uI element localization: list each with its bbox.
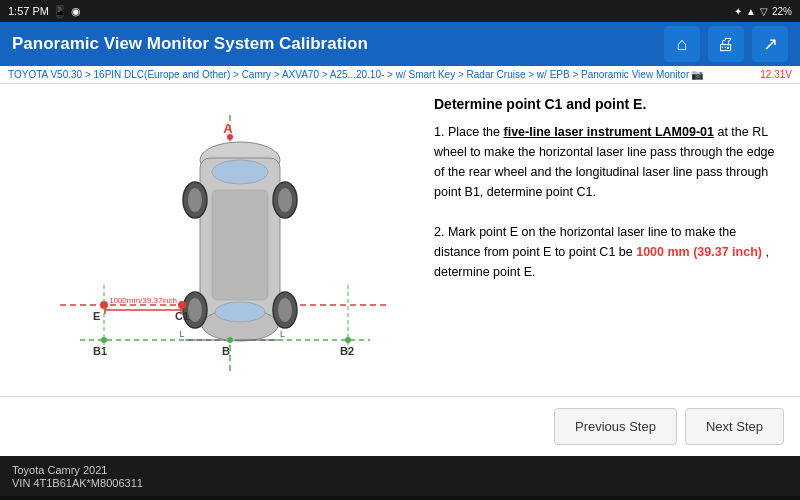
print-button[interactable]: 🖨 <box>708 26 744 62</box>
time-display: 1:57 PM <box>8 5 49 17</box>
svg-point-7 <box>212 160 268 184</box>
vehicle-model: Toyota Camry 2021 <box>12 464 143 476</box>
main-content: A C1 E 1000mm/39.37inch B1 B B2 <box>0 84 800 396</box>
svg-point-8 <box>215 302 265 322</box>
svg-point-13 <box>278 188 292 212</box>
footer-buttons: Previous Step Next Step <box>0 396 800 456</box>
instructions-title: Determine point C1 and point E. <box>434 96 786 112</box>
svg-point-15 <box>188 298 202 322</box>
bottom-info-bar: Toyota Camry 2021 VIN 4T1B61AK*M8006311 <box>0 456 800 496</box>
breadcrumb: TOYOTA V50.30 > 16PIN DLC(Europe and Oth… <box>0 66 800 84</box>
measurement-label: 1000mm/39.37inch <box>109 296 177 305</box>
status-right: ✦ ▲ ▽ 22% <box>734 6 792 17</box>
point-c1-label: C1 <box>175 310 189 322</box>
page-title: Panoramic View Monitor System Calibratio… <box>12 34 368 54</box>
header: Panoramic View Monitor System Calibratio… <box>0 22 800 66</box>
svg-text:L: L <box>280 329 285 339</box>
measurement-highlight: 1000 mm (39.37 inch) <box>636 245 762 259</box>
svg-point-25 <box>227 337 233 343</box>
point-b1-label: B1 <box>93 345 107 357</box>
svg-point-19 <box>178 301 186 309</box>
signal-icon: ▽ <box>760 6 768 17</box>
location-icon: ◉ <box>71 5 81 18</box>
instrument-link[interactable]: five-line laser instrument LAM09-01 <box>504 125 714 139</box>
voltage-display: 12.31V <box>760 69 792 80</box>
header-icons: ⌂ 🖨 ↗ <box>664 26 788 62</box>
point-e-label: E <box>93 310 100 322</box>
home-button[interactable]: ⌂ <box>664 26 700 62</box>
status-left: 1:57 PM 📱 ◉ <box>8 5 81 18</box>
status-bar: 1:57 PM 📱 ◉ ✦ ▲ ▽ 22% <box>0 0 800 22</box>
export-button[interactable]: ↗ <box>752 26 788 62</box>
svg-point-18 <box>227 134 233 140</box>
point-b-label: B <box>222 345 230 357</box>
phone-icon: 📱 <box>53 5 67 18</box>
svg-point-11 <box>188 188 202 212</box>
battery-display: 22% <box>772 6 792 17</box>
next-step-button[interactable]: Next Step <box>685 408 784 445</box>
point-b2-label: B2 <box>340 345 354 357</box>
instructions-text: 1. Place the five-line laser instrument … <box>434 122 786 282</box>
diagram-area: A C1 E 1000mm/39.37inch B1 B B2 <box>0 84 420 396</box>
calibration-diagram: A C1 E 1000mm/39.37inch B1 B B2 <box>0 84 420 396</box>
bluetooth-icon: ✦ <box>734 6 742 17</box>
android-nav-bar: ◁ ○ □ ⬡ <box>0 496 800 500</box>
step1-prefix: 1. Place the <box>434 125 504 139</box>
vehicle-info: Toyota Camry 2021 VIN 4T1B61AK*M8006311 <box>12 464 143 489</box>
wifi-icon: ▲ <box>746 6 756 17</box>
svg-text:L: L <box>179 329 184 339</box>
vehicle-vin: VIN 4T1B61AK*M8006311 <box>12 477 143 489</box>
breadcrumb-text: TOYOTA V50.30 > 16PIN DLC(Europe and Oth… <box>8 69 689 80</box>
svg-rect-9 <box>212 190 268 300</box>
point-a-label: A <box>223 121 233 136</box>
svg-point-17 <box>278 298 292 322</box>
previous-step-button[interactable]: Previous Step <box>554 408 677 445</box>
instructions-area: Determine point C1 and point E. 1. Place… <box>420 84 800 396</box>
camera-icon: 📷 <box>691 69 703 80</box>
